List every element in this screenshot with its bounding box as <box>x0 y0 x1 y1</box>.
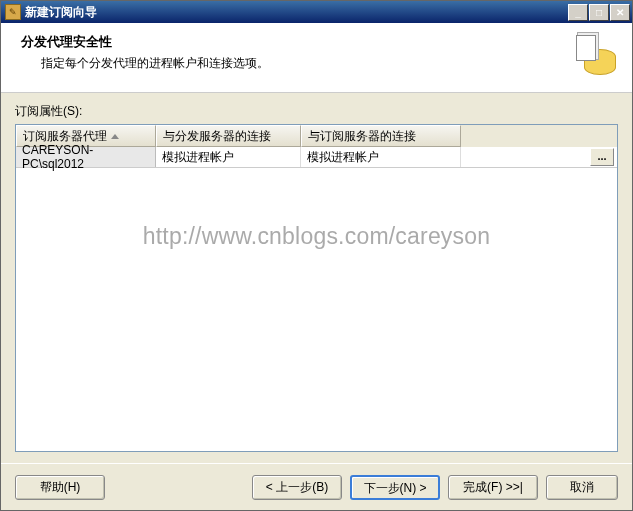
minimize-button[interactable]: _ <box>568 4 588 21</box>
finish-button[interactable]: 完成(F) >>| <box>448 475 538 500</box>
wizard-header: 分发代理安全性 指定每个分发代理的进程帐户和连接选项。 <box>1 23 632 93</box>
cell-dist-conn: 模拟进程帐户 <box>156 147 301 167</box>
page-title: 分发代理安全性 <box>21 33 574 51</box>
wizard-buttons: 帮助(H) < 上一步(B) 下一步(N) > 完成(F) >>| 取消 <box>1 463 632 511</box>
next-button[interactable]: 下一步(N) > <box>350 475 440 500</box>
header-graphic-icon <box>574 33 616 75</box>
column-header-agent-label: 订阅服务器代理 <box>23 128 107 145</box>
sort-ascending-icon <box>111 134 119 139</box>
subscription-grid: 订阅服务器代理 与分发服务器的连接 与订阅服务器的连接 CAREYSON-PC\… <box>15 124 618 452</box>
maximize-button[interactable]: □ <box>589 4 609 21</box>
row-ellipsis-button[interactable]: ... <box>590 148 614 166</box>
table-row[interactable]: CAREYSON-PC\sql2012 模拟进程帐户 模拟进程帐户 ... <box>16 147 617 168</box>
column-header-dist-label: 与分发服务器的连接 <box>163 128 271 145</box>
content-area: 订阅属性(S): 订阅服务器代理 与分发服务器的连接 与订阅服务器的连接 CAR… <box>1 93 632 463</box>
cell-agent: CAREYSON-PC\sql2012 <box>16 147 156 167</box>
properties-label: 订阅属性(S): <box>15 103 618 120</box>
cancel-button[interactable]: 取消 <box>546 475 618 500</box>
back-button[interactable]: < 上一步(B) <box>252 475 342 500</box>
cell-sub-conn: 模拟进程帐户 <box>301 147 461 167</box>
window-controls: _ □ ✕ <box>568 4 630 21</box>
column-header-sub-label: 与订阅服务器的连接 <box>308 128 416 145</box>
column-header-sub[interactable]: 与订阅服务器的连接 <box>301 125 461 147</box>
column-header-dist[interactable]: 与分发服务器的连接 <box>156 125 301 147</box>
help-button[interactable]: 帮助(H) <box>15 475 105 500</box>
titlebar: ✎ 新建订阅向导 _ □ ✕ <box>1 1 632 23</box>
window-title: 新建订阅向导 <box>25 4 568 21</box>
page-subtitle: 指定每个分发代理的进程帐户和连接选项。 <box>21 55 574 72</box>
wizard-icon: ✎ <box>5 4 21 20</box>
close-button[interactable]: ✕ <box>610 4 630 21</box>
